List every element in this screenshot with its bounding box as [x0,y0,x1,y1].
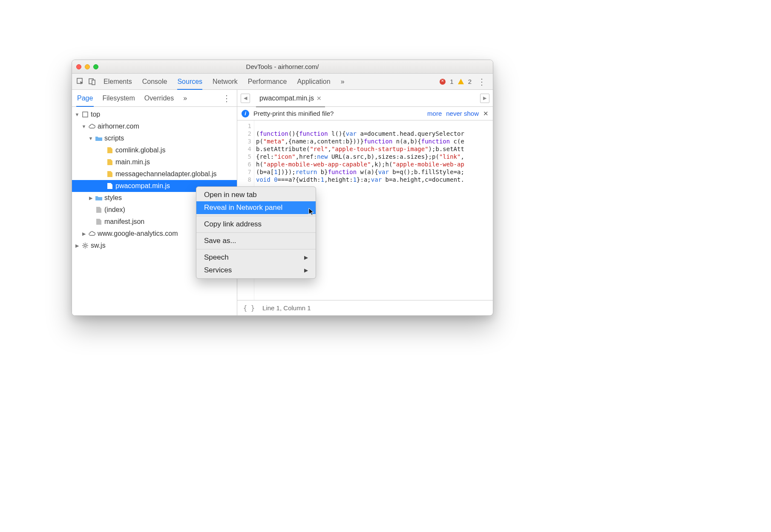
window-title: DevTools - airhorner.com/ [72,63,493,70]
format-braces-icon[interactable]: { } [243,304,255,312]
tab-performance[interactable]: Performance [248,74,287,89]
tree-host[interactable]: ▼ airhorner.com [72,120,237,132]
mouse-cursor-icon [308,208,315,217]
file-nav-prev-icon[interactable]: ◀ [241,94,250,103]
tree-top-label: top [91,111,100,118]
context-menu: Open in new tab Reveal in Network panel … [196,186,316,279]
tabs-overflow-icon[interactable]: » [341,74,345,89]
tab-network[interactable]: Network [213,74,238,89]
tree-ga-label: www.google-analytics.com [98,230,178,237]
tree-file-main[interactable]: main.min.js [72,156,237,168]
ctx-speech[interactable]: Speech▶ [196,251,316,264]
file-nav-next-icon[interactable]: ▶ [480,94,489,103]
svg-rect-2 [92,80,95,85]
tree-sw-label: sw.js [91,242,106,249]
document-icon [95,207,103,213]
ctx-separator [196,216,316,216]
error-warning-chip[interactable]: 1 2 [440,78,472,85]
maximize-window-button[interactable] [93,64,98,69]
tab-sources[interactable]: Sources [177,74,202,89]
error-icon [440,79,446,85]
ctx-services[interactable]: Services▶ [196,264,316,277]
tab-console[interactable]: Console [142,74,167,89]
infobar-never-link[interactable]: never show [446,110,479,117]
close-file-icon[interactable]: ✕ [316,95,322,102]
device-toolbar-icon[interactable] [87,77,98,87]
js-file-icon [106,147,114,153]
tree-file-label: pwacompat.min.js [115,182,170,190]
secondary-row: Page Filesystem Overrides » ⋮ ◀ pwacompa… [72,90,493,107]
subtabs-overflow-icon[interactable]: » [182,90,188,106]
document-icon [95,219,103,225]
tree-file-label: manifest.json [104,218,144,226]
cloud-icon [88,231,96,236]
open-file-tab[interactable]: pwacompat.min.js ✕ [256,92,325,104]
tree-file-label: comlink.global.js [115,146,165,154]
subtab-overrides[interactable]: Overrides [144,90,175,106]
tree-file-label: (index) [104,206,125,214]
js-file-icon [106,171,114,177]
minimize-window-button[interactable] [85,64,90,69]
warning-icon [458,79,464,84]
cursor-position: Line 1, Column 1 [262,304,311,312]
tree-styles-label: styles [104,194,122,202]
open-files-bar: ◀ pwacompat.min.js ✕ ▶ [237,90,493,106]
ctx-separator [196,249,316,249]
js-file-icon [106,159,114,165]
svg-line-9 [83,243,84,244]
tree-scripts-label: scripts [104,134,124,142]
ctx-open-new-tab[interactable]: Open in new tab [196,189,316,201]
traffic-lights [76,64,98,69]
warning-count: 2 [468,78,472,85]
svg-rect-3 [83,112,88,117]
pretty-print-infobar: i Pretty-print this minified file? more … [237,107,493,120]
frame-icon [81,112,89,117]
folder-icon [95,195,103,200]
close-window-button[interactable] [76,64,81,69]
infobar-close-icon[interactable]: ✕ [483,110,489,117]
ctx-separator [196,232,316,233]
infobar-text: Pretty-print this minified file? [253,110,334,117]
editor-statusbar: { } Line 1, Column 1 [237,300,493,315]
chevron-right-icon: ▶ [304,267,308,273]
tab-application[interactable]: Application [297,74,330,89]
info-icon: i [242,110,249,117]
subtab-page[interactable]: Page [76,90,94,106]
svg-line-11 [86,243,87,244]
more-menu-icon[interactable]: ⋮ [476,77,488,87]
svg-line-10 [86,247,87,248]
infobar-more-link[interactable]: more [427,110,442,117]
tree-top[interactable]: ▼ top [72,109,237,120]
subtab-filesystem[interactable]: Filesystem [101,90,135,106]
tree-file-messagechannel[interactable]: messagechanneladapter.global.js [72,168,237,180]
folder-icon [95,136,103,141]
tree-host-label: airhorner.com [98,123,139,130]
gear-icon [81,243,89,249]
svg-line-12 [83,247,84,248]
cloud-icon [88,124,96,129]
ctx-reveal-network[interactable]: Reveal in Network panel [196,201,316,214]
tree-file-label: main.min.js [115,158,150,166]
chevron-right-icon: ▶ [304,255,308,260]
tree-scripts-folder[interactable]: ▼ scripts [72,132,237,144]
tree-file-comlink[interactable]: comlink.global.js [72,144,237,156]
open-file-name: pwacompat.min.js [259,94,314,102]
main-tabbar: Elements Console Sources Network Perform… [72,74,493,90]
titlebar: DevTools - airhorner.com/ [72,60,493,74]
error-count: 1 [450,78,453,85]
navigator-more-icon[interactable]: ⋮ [221,93,233,103]
ctx-copy-link[interactable]: Copy link address [196,218,316,231]
inspect-element-icon[interactable] [75,77,86,87]
navigator-tabs: Page Filesystem Overrides » ⋮ [72,90,237,106]
tab-elements[interactable]: Elements [104,74,132,89]
ctx-save-as[interactable]: Save as... [196,235,316,247]
svg-point-4 [84,245,86,247]
tree-file-label: messagechanneladapter.global.js [115,170,217,178]
js-file-icon [106,183,114,189]
